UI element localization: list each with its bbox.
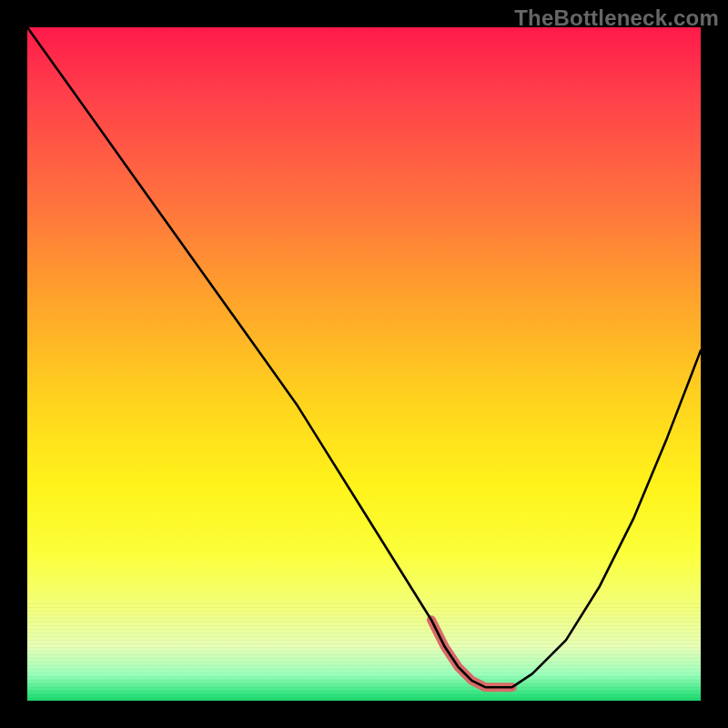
- plot-area: [27, 27, 701, 701]
- highlight-path: [431, 620, 512, 687]
- curve-path: [27, 27, 701, 687]
- curve-svg: [27, 27, 701, 701]
- chart-stage: TheBottleneck.com: [0, 0, 728, 728]
